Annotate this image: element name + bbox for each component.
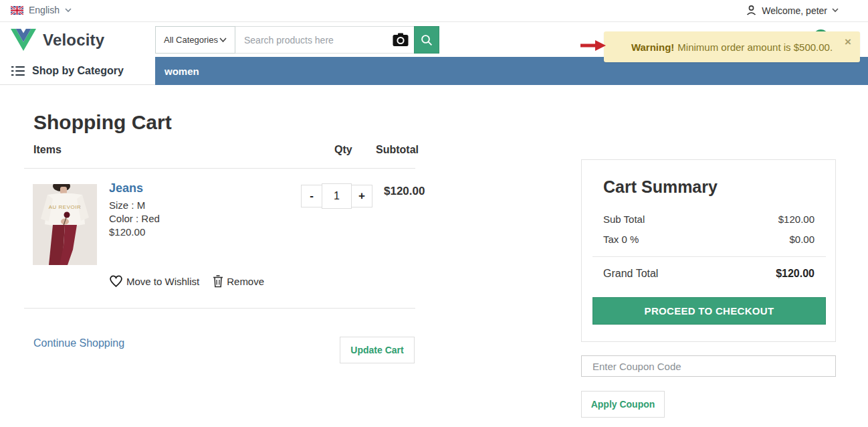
warning-toast: Warning! Minimum order amount is $500.00… (604, 31, 860, 62)
top-bar: English Welcome, peter (0, 0, 868, 22)
grand-total-label: Grand Total (603, 268, 658, 280)
coupon-code-input[interactable] (581, 355, 836, 377)
camera-search-icon[interactable] (393, 33, 409, 47)
divider (592, 256, 826, 257)
chevron-down-icon (65, 8, 72, 13)
close-icon[interactable]: × (845, 36, 851, 48)
qty-decrease-button[interactable]: - (301, 185, 322, 207)
red-arrow-pointer-icon (580, 39, 606, 52)
column-header-qty: Qty (334, 144, 352, 156)
search-button[interactable] (414, 26, 439, 54)
chevron-down-icon (832, 8, 839, 13)
tax-value: $0.00 (789, 234, 815, 245)
search-icon (421, 34, 433, 46)
page-title: Shopping Cart (33, 111, 172, 134)
divider (24, 168, 415, 169)
summary-row-grand-total: Grand Total $120.00 (603, 268, 815, 280)
item-size: Size : M (109, 199, 160, 212)
column-header-subtotal: Subtotal (376, 144, 419, 156)
tax-label: Tax 0 % (603, 234, 639, 245)
cart-summary-title: Cart Summary (603, 177, 718, 197)
search-input-wrap (235, 26, 414, 54)
item-details: Jeans Size : M Color : Red $120.00 (109, 181, 160, 239)
brand-logo[interactable]: Velocity (11, 29, 104, 51)
remove-item-button[interactable]: Remove (213, 275, 264, 288)
remove-label: Remove (227, 276, 264, 287)
nav-item-women[interactable]: women (155, 66, 209, 77)
move-to-wishlist-label: Move to Wishlist (126, 276, 199, 287)
qty-value[interactable]: 1 (322, 183, 352, 209)
summary-row-tax: Tax 0 % $0.00 (603, 234, 815, 245)
product-image-caption: AU REVOIR (49, 204, 82, 210)
category-select-value: All Categories (164, 35, 218, 45)
summary-row-subtotal: Sub Total $120.00 (603, 214, 815, 225)
proceed-to-checkout-button[interactable]: PROCEED TO CHECKOUT (592, 297, 826, 325)
quantity-stepper: - 1 + (301, 183, 372, 209)
language-label: English (29, 5, 60, 15)
chevron-down-icon (219, 37, 227, 43)
grand-total-value: $120.00 (776, 268, 815, 280)
warning-message: Minimum order amount is $500.00. (677, 41, 833, 53)
brand-name: Velocity (43, 31, 104, 50)
product-image[interactable]: AU REVOIR (33, 184, 97, 265)
column-header-items: Items (33, 144, 62, 156)
divider (24, 308, 415, 309)
item-name-link[interactable]: Jeans (109, 181, 160, 195)
user-icon (746, 5, 757, 16)
shop-by-category-label: Shop by Category (32, 65, 124, 77)
shop-by-category-button[interactable]: Shop by Category (0, 57, 155, 85)
warning-title: Warning! (631, 41, 674, 53)
trash-icon (213, 275, 223, 288)
category-select[interactable]: All Categories (155, 26, 235, 54)
item-color: Color : Red (109, 212, 160, 226)
uk-flag-icon (11, 6, 23, 15)
update-cart-button[interactable]: Update Cart (340, 337, 415, 363)
qty-increase-button[interactable]: + (351, 185, 372, 207)
search-bar: All Categories (155, 26, 439, 54)
continue-shopping-link[interactable]: Continue Shopping (33, 337, 124, 349)
language-selector[interactable]: English (11, 5, 72, 15)
list-menu-icon (11, 66, 25, 76)
subtotal-value: $120.00 (778, 214, 815, 225)
item-price: $120.00 (109, 226, 160, 239)
velocity-logo-icon (11, 29, 36, 51)
welcome-label: Welcome, peter (762, 5, 827, 16)
heart-icon (109, 274, 123, 288)
account-menu[interactable]: Welcome, peter (746, 5, 839, 16)
move-to-wishlist-button[interactable]: Move to Wishlist (109, 274, 199, 288)
search-input[interactable] (235, 27, 414, 53)
cart-summary-panel: Cart Summary Sub Total $120.00 Tax 0 % $… (581, 159, 836, 342)
item-subtotal: $120.00 (384, 185, 425, 198)
apply-coupon-button[interactable]: Apply Coupon (581, 391, 665, 418)
item-actions: Move to Wishlist Remove (109, 274, 264, 288)
subtotal-label: Sub Total (603, 214, 645, 225)
